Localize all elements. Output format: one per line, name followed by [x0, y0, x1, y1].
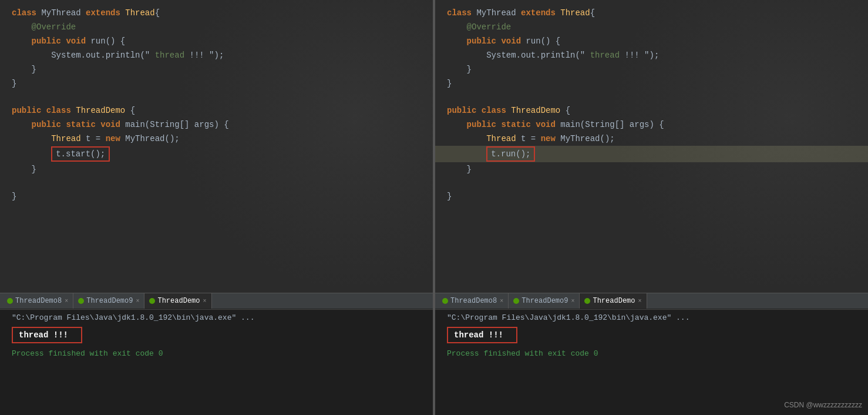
tab-file-icon [442, 298, 448, 304]
tab-label: ThreadDemo [157, 297, 200, 305]
right-code-area: class MyThread extends Thread{ @Override… [435, 0, 868, 293]
code-line: Thread t = new MyThread(); [0, 132, 433, 146]
tab-item[interactable]: ThreadDemo8× [438, 293, 509, 309]
left-console-path: "C:\Program Files\Java\jdk1.8.0_192\bin\… [12, 313, 427, 322]
code-line: Thread t = new MyThread(); [435, 132, 868, 146]
code-line [0, 91, 433, 103]
code-line: t.start(); [0, 146, 433, 162]
code-line [435, 91, 868, 103]
tab-label: ThreadDemo8 [450, 297, 497, 305]
tab-close-icon[interactable]: × [136, 298, 139, 304]
code-line: } [0, 189, 433, 203]
tab-label: ThreadDemo9 [86, 297, 133, 305]
code-line [435, 176, 868, 189]
code-line: class MyThread extends Thread{ [435, 6, 868, 20]
right-code-block: class MyThread extends Thread{ @Override… [435, 6, 868, 203]
code-line: public void run() { [0, 34, 433, 48]
code-line: class MyThread extends Thread{ [0, 6, 433, 20]
tab-close-icon[interactable]: × [203, 298, 206, 304]
boxed-code: t.run(); [486, 146, 535, 162]
left-tabs-bar: ThreadDemo8×ThreadDemo9×ThreadDemo× [0, 293, 433, 309]
code-line: } [0, 62, 433, 76]
left-panel: class MyThread extends Thread{ @Override… [0, 0, 435, 415]
code-line [0, 176, 433, 189]
code-line: System.out.println(" thread !!! "); [435, 48, 868, 62]
right-console-path: "C:\Program Files\Java\jdk1.8.0_192\bin\… [447, 313, 862, 322]
tab-item[interactable]: ThreadDemo8× [2, 293, 73, 309]
tab-item[interactable]: ThreadDemo× [580, 293, 647, 309]
code-line: public class ThreadDemo { [0, 103, 433, 118]
tab-item[interactable]: ThreadDemo× [144, 293, 211, 309]
code-line: } [0, 76, 433, 91]
tab-close-icon[interactable]: × [638, 298, 641, 304]
tab-file-icon [78, 298, 84, 304]
right-tabs: ThreadDemo8×ThreadDemo9×ThreadDemo× [438, 293, 647, 309]
code-line: t.run(); [435, 146, 868, 162]
right-console-finish: Process finished with exit code 0 [447, 349, 862, 358]
code-line: } [435, 76, 868, 91]
code-line: public class ThreadDemo { [435, 103, 868, 118]
left-code-block: class MyThread extends Thread{ @Override… [0, 6, 433, 203]
tab-file-icon [513, 298, 519, 304]
right-console: "C:\Program Files\Java\jdk1.8.0_192\bin\… [435, 309, 868, 415]
left-tabs: ThreadDemo8×ThreadDemo9×ThreadDemo× [2, 293, 212, 309]
code-line: public static void main(String[] args) { [435, 118, 868, 132]
left-console-finish: Process finished with exit code 0 [12, 349, 427, 358]
tab-file-icon [7, 298, 13, 304]
right-panel: class MyThread extends Thread{ @Override… [435, 0, 868, 415]
right-output-box: thread !!! [447, 327, 517, 343]
tab-close-icon[interactable]: × [571, 298, 574, 304]
watermark: CSDN @wwzzzzzzzzzzz [784, 401, 862, 409]
tab-item[interactable]: ThreadDemo9× [73, 293, 144, 309]
code-line: System.out.println(" thread !!! "); [0, 48, 433, 62]
left-code-area: class MyThread extends Thread{ @Override… [0, 0, 433, 293]
tab-file-icon [149, 298, 155, 304]
code-line: @Override [0, 20, 433, 34]
code-line: } [435, 189, 868, 203]
tab-label: ThreadDemo8 [15, 297, 62, 305]
code-line: } [435, 62, 868, 76]
tab-item[interactable]: ThreadDemo9× [509, 293, 580, 309]
boxed-code: t.start(); [51, 146, 110, 162]
code-line: public static void main(String[] args) { [0, 118, 433, 132]
code-line: @Override [435, 20, 868, 34]
tab-label: ThreadDemo [593, 297, 635, 305]
right-output-text: thread !!! [454, 330, 503, 340]
tab-close-icon[interactable]: × [500, 298, 503, 304]
left-output-box: thread !!! [12, 327, 82, 343]
tab-label: ThreadDemo9 [522, 297, 568, 305]
left-output-text: thread !!! [19, 330, 68, 340]
tab-close-icon[interactable]: × [65, 298, 68, 304]
left-console: "C:\Program Files\Java\jdk1.8.0_192\bin\… [0, 309, 433, 415]
tab-file-icon [584, 298, 590, 304]
right-tabs-bar: ThreadDemo8×ThreadDemo9×ThreadDemo× [435, 293, 868, 309]
code-line: } [0, 162, 433, 176]
code-line: } [435, 162, 868, 176]
code-line: public void run() { [435, 34, 868, 48]
